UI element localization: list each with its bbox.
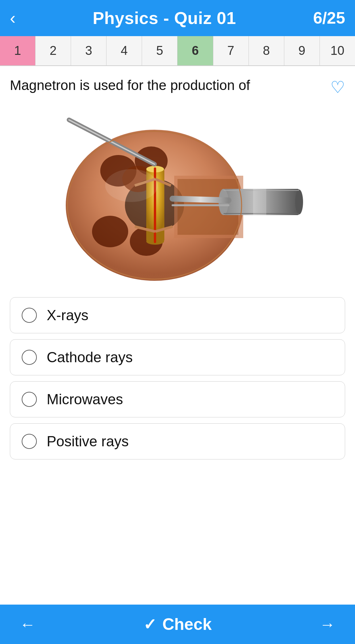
question-text: Magnetron is used for the production of bbox=[10, 76, 324, 95]
check-button[interactable]: ✓ Check bbox=[143, 615, 212, 634]
header: ‹ Physics - Quiz 01 6/25 bbox=[0, 0, 355, 36]
question-tabs: 12345678910 bbox=[0, 36, 355, 66]
option-label-1: X-rays bbox=[47, 307, 88, 323]
check-label: Check bbox=[162, 615, 212, 634]
option-item-3[interactable]: Microwaves bbox=[10, 381, 345, 417]
tab-question-10[interactable]: 10 bbox=[320, 36, 355, 66]
option-label-2: Cathode rays bbox=[47, 349, 133, 366]
svg-line-20 bbox=[173, 199, 228, 200]
option-label-3: Microwaves bbox=[47, 391, 123, 408]
svg-rect-16 bbox=[253, 189, 266, 215]
svg-point-27 bbox=[105, 169, 158, 202]
tab-question-5[interactable]: 5 bbox=[142, 36, 178, 66]
option-radio-1 bbox=[22, 308, 37, 323]
question-area: Magnetron is used for the production of … bbox=[0, 66, 355, 605]
tab-question-2[interactable]: 2 bbox=[36, 36, 71, 66]
favorite-icon[interactable]: ♡ bbox=[330, 78, 345, 97]
progress-indicator: 6/25 bbox=[313, 9, 345, 28]
tab-question-1[interactable]: 1 bbox=[0, 36, 36, 66]
option-item-4[interactable]: Positive rays bbox=[10, 423, 345, 459]
question-header: Magnetron is used for the production of … bbox=[10, 76, 345, 97]
back-button[interactable]: ‹ bbox=[10, 10, 15, 27]
question-image bbox=[10, 103, 345, 287]
tab-question-6[interactable]: 6 bbox=[178, 36, 213, 66]
option-radio-2 bbox=[22, 350, 37, 365]
options-list: X-raysCathode raysMicrowavesPositive ray… bbox=[10, 297, 345, 466]
option-label-4: Positive rays bbox=[47, 433, 129, 450]
option-item-1[interactable]: X-rays bbox=[10, 297, 345, 333]
check-icon: ✓ bbox=[143, 615, 156, 633]
tab-question-7[interactable]: 7 bbox=[213, 36, 249, 66]
prev-button[interactable]: ← bbox=[20, 615, 36, 633]
next-button[interactable]: → bbox=[320, 615, 335, 633]
tab-question-9[interactable]: 9 bbox=[284, 36, 320, 66]
option-item-2[interactable]: Cathode rays bbox=[10, 339, 345, 375]
option-radio-4 bbox=[22, 434, 37, 449]
bottom-bar: ← ✓ Check → bbox=[0, 605, 355, 644]
svg-point-5 bbox=[92, 216, 128, 247]
quiz-title: Physics - Quiz 01 bbox=[93, 8, 236, 28]
option-radio-3 bbox=[22, 392, 37, 407]
tab-question-8[interactable]: 8 bbox=[249, 36, 284, 66]
tab-question-4[interactable]: 4 bbox=[106, 36, 142, 66]
tab-question-3[interactable]: 3 bbox=[71, 36, 106, 66]
